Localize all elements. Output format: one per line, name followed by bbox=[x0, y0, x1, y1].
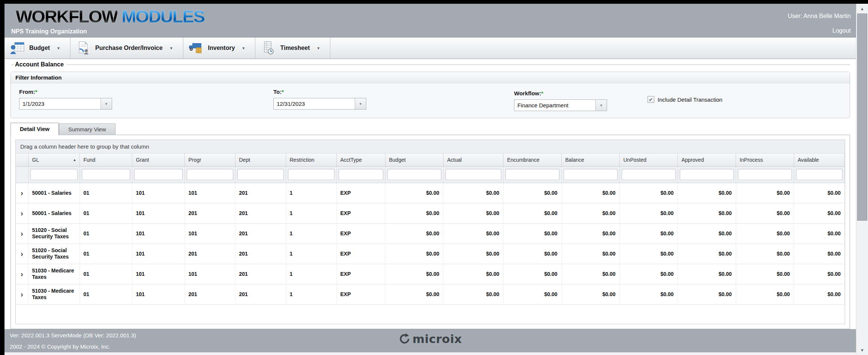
cell-actual: $0.00 bbox=[443, 203, 503, 223]
logout-link[interactable]: Logout bbox=[832, 27, 851, 34]
cell-unposted: $0.00 bbox=[619, 244, 678, 264]
filter-cell bbox=[619, 166, 678, 183]
cell-available: $0.00 bbox=[794, 203, 845, 223]
cell-gl: 51020 - Social Security Taxes bbox=[28, 223, 79, 244]
column-filter-input[interactable] bbox=[339, 169, 383, 180]
column-filter-input[interactable] bbox=[288, 169, 334, 180]
column-filter-input[interactable] bbox=[680, 169, 734, 180]
workflow-dropdown-button[interactable]: ▼ bbox=[595, 100, 607, 111]
column-header-accttype[interactable]: AcctType bbox=[336, 153, 385, 166]
column-header-progr[interactable]: Progr bbox=[184, 153, 235, 166]
row-expander[interactable]: › bbox=[16, 264, 28, 284]
scroll-up-button[interactable]: ▲ bbox=[856, 5, 868, 13]
column-filter-input[interactable] bbox=[505, 169, 559, 180]
column-filter-input[interactable] bbox=[445, 169, 501, 180]
page-title: Account Balance bbox=[13, 61, 67, 68]
row-expander[interactable]: › bbox=[16, 183, 28, 203]
cell-approved: $0.00 bbox=[678, 223, 736, 244]
column-filter-input[interactable] bbox=[82, 169, 130, 180]
column-header-gl[interactable]: GL▲ bbox=[28, 153, 79, 166]
cell-progr: 201 bbox=[184, 244, 235, 264]
cell-available: $0.00 bbox=[794, 244, 845, 264]
cell-progr: 101 bbox=[184, 183, 235, 203]
cell-encumbrance: $0.00 bbox=[503, 244, 561, 264]
column-header-inprocess[interactable]: InProcess bbox=[736, 153, 794, 166]
column-label: Available bbox=[798, 157, 819, 163]
nav-label: Budget bbox=[29, 45, 50, 51]
column-header-unposted[interactable]: UnPosted bbox=[619, 153, 678, 166]
column-header-dept[interactable]: Dept bbox=[235, 153, 286, 166]
column-header-balance[interactable]: Balance bbox=[561, 153, 619, 166]
column-header-fund[interactable]: Fund bbox=[79, 153, 132, 166]
cell-inprocess: $0.00 bbox=[736, 284, 794, 304]
column-header-available[interactable]: Available bbox=[794, 153, 845, 166]
from-date-input[interactable] bbox=[19, 98, 100, 109]
to-label: To: bbox=[273, 89, 282, 95]
nav-item-timesheet[interactable]: Timesheet ▼ bbox=[255, 38, 330, 59]
from-date-dropdown-button[interactable]: ▼ bbox=[100, 98, 112, 109]
column-filter-input[interactable] bbox=[564, 169, 618, 180]
column-filter-input[interactable] bbox=[187, 169, 233, 180]
workflow-input[interactable] bbox=[514, 100, 595, 111]
cell-approved: $0.00 bbox=[678, 244, 736, 264]
vertical-scrollbar[interactable]: ▲ ▼ bbox=[856, 4, 868, 355]
to-date-field-group: To:* ▼ bbox=[273, 89, 366, 110]
cell-grant: 101 bbox=[132, 244, 184, 264]
row-expander[interactable]: › bbox=[16, 203, 28, 223]
cell-gl: 51030 - Medicare Taxes bbox=[28, 284, 79, 304]
column-filter-input[interactable] bbox=[30, 169, 78, 180]
table-row[interactable]: › 51020 - Social Security Taxes 01 101 2… bbox=[16, 244, 845, 264]
table-row[interactable]: › 50001 - Salaries 01 101 201 201 1 EXP … bbox=[16, 203, 845, 223]
row-expander[interactable]: › bbox=[16, 284, 28, 304]
column-header-actual[interactable]: Actual bbox=[443, 153, 503, 166]
table-row[interactable]: › 51030 - Medicare Taxes 01 101 201 201 … bbox=[16, 284, 845, 304]
app-footer: Ver: 2022.001.3 ServerMode (DB Ver: 2022… bbox=[4, 329, 856, 352]
scrollbar-thumb[interactable] bbox=[857, 14, 867, 221]
nav-item-budget[interactable]: Budget ▼ bbox=[4, 38, 70, 59]
row-expander[interactable]: › bbox=[16, 223, 28, 244]
column-filter-input[interactable] bbox=[237, 169, 284, 180]
row-expander[interactable]: › bbox=[16, 244, 28, 264]
to-date-input[interactable] bbox=[274, 98, 355, 109]
column-label: GL bbox=[32, 157, 39, 163]
cell-inprocess: $0.00 bbox=[736, 203, 794, 223]
column-label: Balance bbox=[565, 157, 585, 163]
column-header-grant[interactable]: Grant bbox=[132, 153, 184, 166]
tab-detail-view[interactable]: Detail View bbox=[10, 123, 59, 135]
column-header-encumbrance[interactable]: Encumbrance bbox=[503, 153, 561, 166]
chevron-down-icon: ▼ bbox=[316, 46, 320, 50]
tab-summary-view[interactable]: Summary View bbox=[59, 123, 115, 135]
microix-brand: microix bbox=[399, 332, 462, 346]
cell-unposted: $0.00 bbox=[619, 223, 678, 244]
logged-in-user: User: Anna Belle Martin bbox=[788, 13, 851, 20]
column-filter-input[interactable] bbox=[738, 169, 792, 180]
app-window: WORKFLOW MODULES NPS Training Organizati… bbox=[4, 4, 856, 355]
include-detail-checkbox[interactable]: ✔ bbox=[648, 96, 654, 103]
column-filter-input[interactable] bbox=[134, 169, 183, 180]
column-filter-input[interactable] bbox=[796, 169, 843, 180]
scroll-down-button[interactable]: ▼ bbox=[856, 346, 868, 354]
nav-item-purchase-order-invoice[interactable]: Purchase Order/Invoice ▼ bbox=[70, 38, 183, 59]
cell-unposted: $0.00 bbox=[619, 284, 678, 304]
nav-item-inventory[interactable]: Inventory ▼ bbox=[183, 38, 256, 59]
table-row[interactable]: › 51030 - Medicare Taxes 01 101 101 201 … bbox=[16, 264, 845, 284]
column-header-approved[interactable]: Approved bbox=[678, 153, 736, 166]
column-filter-input[interactable] bbox=[387, 169, 441, 180]
nav-label: Timesheet bbox=[280, 45, 310, 51]
filter-cell bbox=[736, 166, 794, 183]
column-filter-input[interactable] bbox=[622, 169, 676, 180]
column-header-restriction[interactable]: Restriction bbox=[286, 153, 336, 166]
grid-filter-row bbox=[16, 166, 845, 183]
column-header-budget[interactable]: Budget bbox=[385, 153, 443, 166]
cell-available: $0.00 bbox=[794, 183, 845, 203]
to-date-dropdown-button[interactable]: ▼ bbox=[355, 98, 366, 109]
table-row[interactable]: › 50001 - Salaries 01 101 101 201 1 EXP … bbox=[16, 183, 845, 203]
column-label: Fund bbox=[84, 157, 96, 163]
cell-unposted: $0.00 bbox=[619, 183, 678, 203]
table-row[interactable]: › 51020 - Social Security Taxes 01 101 1… bbox=[16, 223, 845, 244]
filter-cell bbox=[79, 166, 132, 183]
app-header: WORKFLOW MODULES NPS Training Organizati… bbox=[4, 4, 856, 38]
column-label: Restriction bbox=[290, 157, 315, 163]
cell-progr: 201 bbox=[184, 203, 235, 223]
column-label: Approved bbox=[682, 157, 704, 163]
